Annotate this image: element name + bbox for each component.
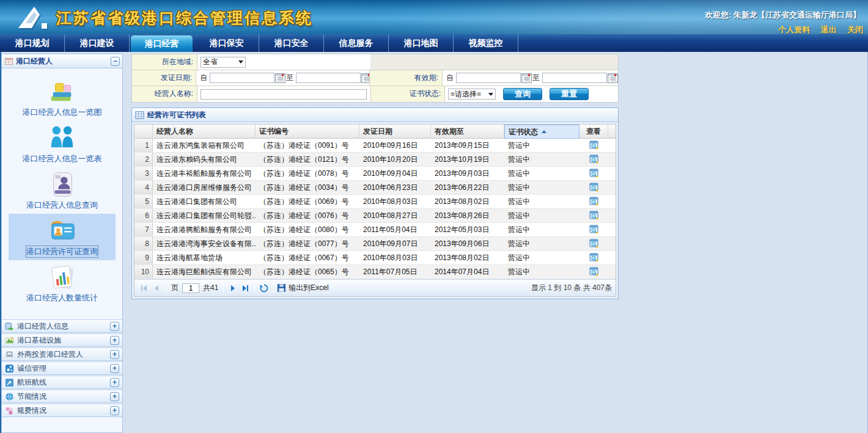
table-row[interactable]: 6 连云港港口集团有限公司轮驳... （苏连）港经证（0076）号 2010年0… — [134, 209, 616, 223]
region-select[interactable]: 全省 — [200, 57, 246, 68]
next-page-icon[interactable] — [228, 283, 238, 293]
cell-status: 营运中 — [504, 181, 579, 194]
sidebar-item[interactable]: 港口经营人信息一览表 — [9, 121, 116, 167]
cell-operator-name: 连云港海巨船舶供应有限公司 — [153, 265, 256, 278]
table-row[interactable]: 7 连云港港腾船舶服务有限公司 （苏连）港经证（0080）号 2011年05月0… — [134, 223, 616, 237]
view-icon[interactable] — [589, 211, 599, 220]
row-number: 5 — [134, 195, 153, 208]
sidebar-item[interactable]: 港口经营人信息查询 — [9, 167, 116, 214]
column-header-operator[interactable]: 经营人名称 — [153, 125, 256, 139]
column-header-valid-until[interactable]: 有效期至 — [431, 125, 504, 139]
logout-link[interactable]: 退出 — [821, 25, 837, 34]
view-icon[interactable] — [589, 197, 599, 206]
main-navbar: 港口规划港口建设港口经营港口保安港口安全信息服务港口地图视频监控 — [0, 34, 868, 52]
nav-tab[interactable]: 港口地图 — [389, 34, 454, 52]
profile-link[interactable]: 个人资料 — [778, 25, 810, 34]
cell-valid-until: 2014年07月04日 — [431, 265, 504, 278]
column-header-status-sorted[interactable]: 证书状态 — [504, 125, 579, 139]
collapse-panel-button[interactable]: − — [111, 57, 120, 66]
view-icon[interactable] — [589, 225, 599, 235]
nav-tab[interactable]: 港口保安 — [194, 34, 259, 52]
sidebar-item[interactable]: 港口经营许可证查询 — [9, 214, 116, 260]
column-header-view[interactable]: 查看 — [579, 125, 608, 139]
grid-header-row: 经营人名称 证书编号 发证日期 有效期至 证书状态 查看 — [134, 125, 616, 139]
view-icon[interactable] — [589, 140, 599, 150]
nav-tab-active[interactable]: 港口经营 — [130, 34, 194, 52]
nav-tab[interactable]: 信息服务 — [324, 34, 389, 52]
table-row[interactable]: 9 连云港海航基地货场 （苏连）港经证（0067）号 2010年08月03日 2… — [134, 251, 616, 265]
pager-separator — [254, 283, 255, 293]
validity-from-input[interactable] — [456, 73, 521, 83]
cell-valid-until: 2013年08月02日 — [431, 251, 504, 264]
welcome-text: 欢迎您: 朱新龙【江苏省交通运输厅港口局】 — [705, 10, 861, 21]
expand-module-button[interactable]: + — [110, 378, 119, 387]
chevron-down-icon — [238, 60, 243, 64]
expand-module-button[interactable]: + — [110, 336, 119, 345]
sidebar-module-bar[interactable]: 节能情况 + — [2, 390, 122, 403]
last-page-icon[interactable] — [240, 283, 250, 293]
table-row[interactable]: 4 连云港港口房屋维修服务公司 （苏连）港经证（0034）号 2010年06月2… — [134, 181, 616, 195]
column-header-cert-no[interactable]: 证书编号 — [256, 125, 359, 139]
validity-to-input[interactable] — [542, 73, 607, 83]
cell-status: 营运中 — [504, 251, 579, 264]
sidebar-module-bar[interactable]: 港口基础设施 + — [2, 333, 122, 347]
prev-page-icon[interactable] — [152, 283, 161, 293]
close-link[interactable]: 关闭 — [847, 25, 863, 34]
sidebar-item[interactable]: 港口经营人数量统计 — [9, 260, 116, 307]
boxes-stack-icon — [48, 78, 76, 106]
view-icon[interactable] — [589, 267, 599, 277]
sidebar-module-bar[interactable]: 外商投资港口经营人 + — [2, 347, 122, 361]
nav-tab[interactable]: 视频监控 — [454, 34, 518, 52]
nav-tab[interactable]: 港口规划 — [0, 34, 65, 52]
cert-status-select[interactable]: =请选择= — [448, 89, 496, 100]
page-number-input[interactable] — [182, 283, 199, 293]
table-row[interactable]: 1 连云港东鸿集装箱有限公司 （苏连）港经证（0091）号 2010年09月16… — [134, 139, 616, 153]
view-icon[interactable] — [589, 169, 599, 178]
refresh-icon[interactable] — [259, 283, 269, 293]
table-row[interactable]: 8 连云港港湾海事安全设备有限... （苏连）港经证（0077）号 2010年0… — [134, 237, 616, 251]
first-page-icon[interactable] — [139, 283, 149, 293]
sidebar-item[interactable]: 港口经营人信息一览图 — [9, 75, 116, 121]
expand-module-button[interactable]: + — [110, 350, 119, 359]
issue-date-to-input[interactable] — [296, 73, 361, 83]
cell-issue-date: 2010年10月20日 — [359, 153, 431, 166]
expand-module-button[interactable]: + — [110, 392, 119, 401]
table-row[interactable]: 2 连云港东粮码头有限公司 （苏连）港经证（0121）号 2010年10月20日… — [134, 153, 616, 167]
expand-module-button[interactable]: + — [110, 322, 119, 331]
sidebar-module-bar[interactable]: 航班航线 + — [2, 376, 122, 389]
column-header-issue-date[interactable]: 发证日期 — [359, 125, 431, 139]
sidebar-module-bar[interactable]: 诚信管理 + — [2, 362, 122, 375]
view-icon[interactable] — [589, 239, 599, 249]
export-excel-button[interactable]: 输出到Excel — [277, 283, 328, 293]
nav-tab[interactable]: 港口安全 — [259, 34, 324, 52]
route-arrow-icon — [5, 378, 14, 387]
view-icon[interactable] — [589, 183, 599, 192]
to-label: 至 — [286, 73, 293, 83]
license-card-icon — [48, 217, 76, 245]
table-row[interactable]: 3 连云港丰裕船舶服务有限公司 （苏连）港经证（0078）号 2010年09月0… — [134, 167, 616, 181]
cell-cert-no: （苏连）港经证（0121）号 — [256, 153, 359, 166]
view-icon[interactable] — [589, 253, 599, 263]
sidebar-module-bar[interactable]: 港口经营人信息 + — [2, 319, 122, 333]
calendar-icon[interactable] — [275, 73, 285, 83]
validity-label: 有效期: — [369, 70, 443, 86]
calendar-icon[interactable] — [608, 73, 618, 83]
from-label: 自 — [200, 73, 207, 83]
cell-cert-no: （苏连）港经证（0069）号 — [256, 195, 359, 208]
issue-date-from-input[interactable] — [210, 73, 274, 83]
certificate-grid: 经营人名称 证书编号 发证日期 有效期至 证书状态 查看 1 连云港东鸿集装箱有… — [134, 124, 616, 297]
table-row[interactable]: 10 连云港海巨船舶供应有限公司 （苏连）港经证（0065）号 2011年07月… — [134, 265, 616, 279]
cell-cert-no: （苏连）港经证（0065）号 — [256, 265, 359, 278]
operator-name-input[interactable] — [200, 89, 367, 100]
expand-module-button[interactable]: + — [110, 364, 119, 373]
sidebar-module-bar[interactable]: 规费情况 + — [2, 404, 122, 417]
expand-module-button[interactable]: + — [110, 406, 119, 415]
nav-tab[interactable]: 港口建设 — [65, 34, 130, 52]
table-row[interactable]: 5 连云港港口集团有限公司 （苏连）港经证（0069）号 2010年08月03日… — [134, 195, 616, 209]
calendar-icon[interactable] — [521, 73, 532, 83]
cell-issue-date: 2010年06月23日 — [359, 181, 431, 194]
query-button[interactable]: 查询 — [503, 88, 542, 100]
reset-button[interactable]: 重置 — [550, 88, 589, 100]
view-icon[interactable] — [589, 155, 599, 164]
cell-filler — [608, 223, 616, 236]
